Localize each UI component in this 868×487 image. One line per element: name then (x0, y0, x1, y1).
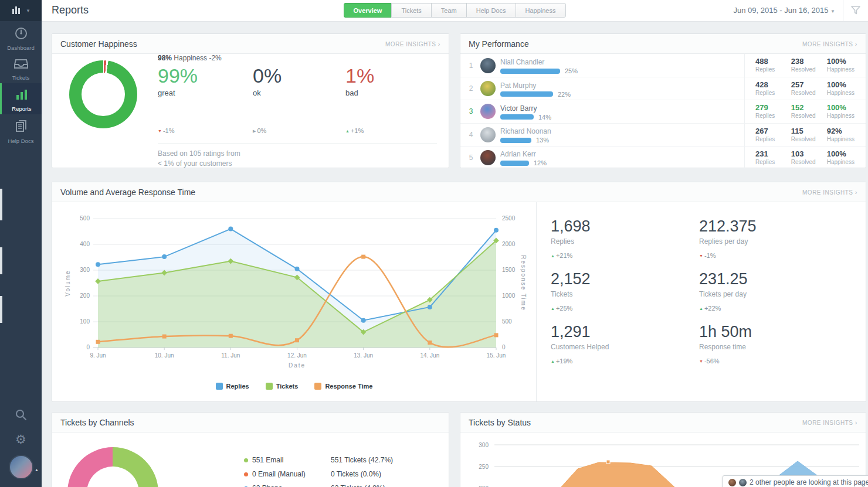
sidebar-item-dashboard[interactable]: Dashboard (0, 21, 42, 52)
sidebar-item-help-docs[interactable]: Help Docs (0, 114, 42, 145)
reports-icon (15, 88, 29, 101)
user-avatar[interactable] (9, 455, 33, 479)
main-content: Customer Happiness MORE INSIGHTS › 98% H… (42, 22, 868, 487)
app-logo-menu[interactable]: ▼ (0, 0, 42, 21)
sidebar-edge-mark (0, 247, 2, 274)
stat-tickets-per-day: 231.25Tickets per day ▲+22% (699, 270, 866, 323)
svg-text:300: 300 (479, 442, 489, 448)
legend-swatch-replies (216, 383, 223, 390)
card-title: My Performance (469, 39, 529, 49)
sidebar-item-tickets[interactable]: Tickets (0, 52, 42, 83)
channels-legend: 551 Email 551 Tickets (42.7%) 0 Email (M… (244, 456, 393, 487)
divider (158, 143, 437, 144)
replies-share-bar (500, 91, 553, 97)
channels-donut-chart (67, 447, 158, 487)
chevron-down-icon: ▼ (830, 9, 835, 14)
filter-funnel-icon (851, 6, 860, 15)
logo-caret-icon: ▼ (26, 8, 30, 13)
replies-share-bar (500, 138, 531, 143)
trend-arrow-icon: ▲ (699, 306, 703, 311)
sidebar-settings-button[interactable]: ⚙ (0, 433, 42, 446)
trend-arrow-icon: ▼ (699, 359, 703, 363)
replies-share-bar (500, 114, 534, 120)
resolved-count: 115 (791, 127, 827, 135)
stat-response-time: 1h 50mResponse time ▼-56% (699, 323, 866, 376)
avatar (480, 127, 496, 142)
tab-overview[interactable]: Overview (344, 3, 392, 18)
presence-text: 2 other people are looking at this page. (750, 478, 868, 486)
filter-button[interactable] (851, 6, 860, 17)
trend-arrow-icon: ▲ (345, 129, 350, 133)
svg-text:400: 400 (80, 241, 90, 247)
happiness-stat-great: 99% great (158, 64, 198, 97)
rank: 3 (466, 107, 476, 115)
performance-row-current-user: 3 Victor Barry 14% 279Replies 152Resolve… (460, 100, 866, 122)
happiness-summary: 98% Happiness -2% (158, 54, 222, 62)
sidebar-item-label: Reports (2, 105, 42, 112)
more-insights-link[interactable]: MORE INSIGHTS › (802, 419, 857, 426)
app-logo-icon (11, 6, 22, 15)
avatar (739, 479, 747, 486)
volume-stats-panel: 1,698Replies ▲+21% 212.375Replies per da… (536, 202, 866, 401)
share-percent: 12% (534, 159, 547, 166)
agent-name-link[interactable]: Victor Barry (500, 104, 551, 113)
card-title: Customer Happiness (60, 39, 137, 49)
legend-swatch-response-time (314, 383, 321, 390)
tab-tickets[interactable]: Tickets (391, 3, 431, 18)
page-title: Reports (52, 4, 89, 16)
svg-text:Date: Date (289, 362, 306, 369)
delta-great: ▼-1% (158, 127, 175, 134)
tab-help-docs[interactable]: Help Docs (466, 3, 516, 18)
agent-name-link[interactable]: Richard Noonan (500, 127, 551, 135)
happiness-footnote: Based on 105 ratings from< 1% of your cu… (158, 149, 240, 169)
chart-legend: Replies Tickets Response Time (52, 383, 536, 390)
tab-happiness[interactable]: Happiness (516, 3, 566, 18)
performance-row: 5 Adrian Kerr 12% 231Replies 103Resolved… (460, 146, 866, 169)
more-insights-link[interactable]: MORE INSIGHTS › (385, 40, 440, 47)
trend-arrow-icon: ▲ (551, 254, 555, 258)
replies-count: 428 (755, 80, 791, 89)
volume-response-card: Volume and Average Response Time MORE IN… (52, 182, 866, 402)
svg-text:250: 250 (479, 464, 489, 470)
sidebar-search-button[interactable] (0, 408, 42, 424)
rank: 4 (466, 131, 476, 139)
svg-text:11. Jun: 11. Jun (221, 352, 240, 359)
trend-arrow-icon: ▼ (158, 129, 162, 133)
sidebar-item-label: Tickets (0, 74, 42, 81)
happiness-percent: 100% (827, 57, 866, 66)
sidebar-item-reports[interactable]: Reports (0, 83, 42, 114)
svg-text:13. Jun: 13. Jun (354, 352, 373, 359)
sidebar-item-label: Help Docs (0, 138, 42, 144)
tab-team[interactable]: Team (431, 3, 467, 18)
happiness-percent: 100% (827, 103, 866, 112)
more-insights-link[interactable]: MORE INSIGHTS › (802, 40, 857, 47)
happiness-percent: 92% (827, 127, 866, 135)
svg-text:0: 0 (502, 344, 506, 350)
topbar-divider (843, 0, 843, 22)
svg-text:10. Jun: 10. Jun (155, 352, 174, 359)
date-range-picker[interactable]: Jun 09, 2015 - Jun 16, 2015 ▼ (734, 6, 835, 15)
replies-share-bar (500, 69, 560, 74)
happiness-stat-bad: 1% bad (345, 64, 374, 97)
resolved-count: 103 (791, 149, 827, 158)
trend-arrow-icon: ▲ (551, 359, 555, 363)
resolved-count: 152 (791, 103, 827, 112)
delta-ok: ▶0% (253, 127, 266, 134)
more-insights-link[interactable]: MORE INSIGHTS › (802, 189, 857, 196)
replies-count: 231 (755, 149, 791, 158)
customer-happiness-card: Customer Happiness MORE INSIGHTS › 98% H… (52, 33, 449, 168)
svg-text:2000: 2000 (502, 241, 516, 247)
agent-name-link[interactable]: Adrian Kerr (500, 150, 547, 158)
svg-text:Volume: Volume (65, 270, 71, 296)
svg-text:200: 200 (80, 292, 90, 299)
resolved-count: 257 (791, 80, 827, 89)
trend-arrow-icon: ▶ (253, 129, 256, 133)
gear-icon: ⚙ (15, 432, 26, 446)
svg-text:Response Time: Response Time (520, 255, 527, 311)
agent-name-link[interactable]: Niall Chandler (500, 58, 578, 66)
chevron-right-icon: › (855, 419, 857, 426)
sidebar-item-label: Dashboard (0, 45, 42, 51)
stat-replies-per-day: 212.375Replies per day ▼-1% (699, 217, 866, 270)
agent-name-link[interactable]: Pat Murphy (500, 81, 571, 90)
legend-swatch-tickets (266, 383, 273, 390)
